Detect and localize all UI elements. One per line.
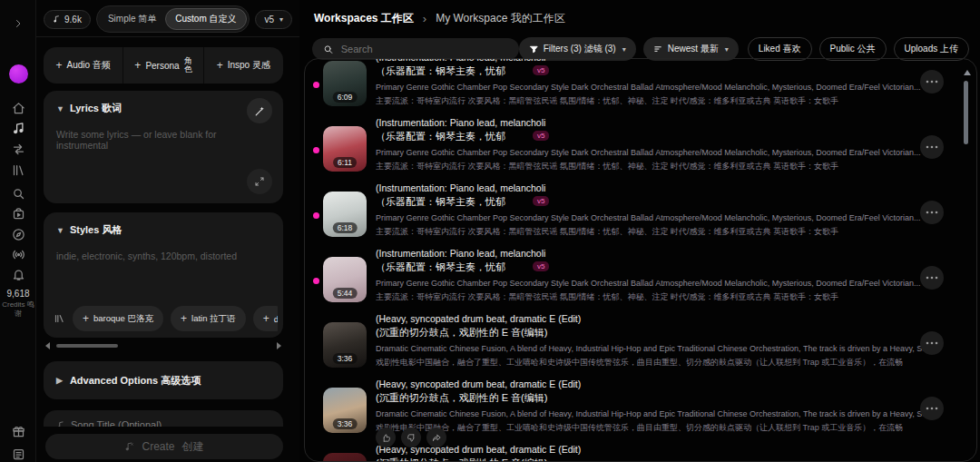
- version-badge: v5: [533, 131, 549, 141]
- song-title-en[interactable]: (Heavy, syncopated drum beat, dramatic E…: [376, 444, 927, 455]
- credits-label: Credits 鸣谢: [0, 300, 36, 319]
- more-options-button[interactable]: [920, 266, 944, 290]
- style-suggest-icon[interactable]: [53, 312, 65, 325]
- song-desc-zh: 主要流派：哥特室内流行 次要风格：黑暗管弦民谣 氛围/情绪：忧郁、神秘、注定 时…: [376, 161, 927, 172]
- more-options-button[interactable]: [920, 135, 944, 159]
- song-row[interactable]: 5:44 (Instrumentation: Piano lead, melan…: [305, 244, 976, 310]
- duration-badge: 3:36: [333, 353, 358, 364]
- song-thumbnail[interactable]: 3:36: [323, 388, 367, 433]
- sort-icon: [653, 44, 663, 54]
- lyrics-input[interactable]: Write some lyrics — or leave blank for i…: [56, 129, 270, 151]
- style-chip-clipped[interactable]: + d: [253, 306, 278, 331]
- home-icon[interactable]: [0, 102, 36, 115]
- song-title-zh-line[interactable]: (沉重的切分鼓点，戏剧性的 E 音(编辑): [376, 391, 927, 405]
- song-desc-zh: 戏剧性电影中国融合，融合了重型、工业嘻哈和史诗级中国传统管弦乐，曲目由重型、切分…: [376, 422, 927, 434]
- song-row[interactable]: 6:11 (Instrumentation: Piano lead, melan…: [305, 113, 976, 179]
- lyrics-header[interactable]: ▼ Lyrics 歌词: [56, 102, 122, 115]
- song-desc-en: Primary Genre Gothic Chamber Pop Seconda…: [376, 148, 927, 157]
- tab-simple[interactable]: Simple 简单: [99, 9, 165, 29]
- plus-icon: +: [83, 312, 89, 325]
- filters-label: Filters (3) 滤镜 (3): [544, 43, 616, 55]
- scrollbar-thumb[interactable]: [964, 81, 968, 144]
- gift-icon[interactable]: [0, 425, 36, 438]
- advanced-options-section[interactable]: ▶ Advanced Options 高级选项: [44, 361, 283, 399]
- thumbs-up-button[interactable]: [376, 428, 396, 447]
- song-thumbnail[interactable]: 6:18: [323, 192, 367, 237]
- add-audio-button[interactable]: + Audio 音频: [44, 47, 123, 84]
- song-thumbnail[interactable]: 5:44: [323, 257, 367, 302]
- song-title-zh-line[interactable]: (沉重的切分鼓点，戏剧性的 E 音(编辑): [376, 326, 927, 339]
- thumbs-down-button[interactable]: [401, 428, 421, 447]
- explore-icon[interactable]: [0, 228, 36, 241]
- chips-scrollbar[interactable]: [44, 342, 283, 349]
- style-chips-row: + baroque 巴洛克 + latin 拉丁语 + d: [53, 305, 278, 332]
- song-title-zh-line[interactable]: （乐器配置：钢琴主奏，忧郁v5: [376, 260, 927, 274]
- lyrics-expand-button[interactable]: [247, 169, 272, 194]
- song-row[interactable]: 3:36 (Heavy, syncopated drum beat, drama…: [305, 310, 976, 375]
- list-scrollbar[interactable]: [964, 70, 969, 206]
- more-options-button[interactable]: [920, 70, 944, 93]
- styles-input[interactable]: indie, electronic, synths, 120bpm, disto…: [56, 251, 270, 261]
- song-desc-zh: 主要流派：哥特室内流行 次要风格：黑暗管弦民谣 氛围/情绪：忧郁、神秘、注定 时…: [376, 226, 927, 238]
- ellipsis-icon: [926, 211, 938, 214]
- ellipsis-icon: [926, 145, 938, 149]
- panel-expand-icon[interactable]: [0, 18, 36, 29]
- style-chip-baroque[interactable]: + baroque 巴洛克: [73, 306, 163, 331]
- song-title-section[interactable]: Song Title (Optional): [44, 410, 283, 427]
- song-row[interactable]: 3:36 (Heavy, syncopated drum beat, drama…: [305, 375, 976, 440]
- song-title-zh-line[interactable]: (沉重的切分鼓点，戏剧性的 E 音(编辑): [376, 457, 927, 462]
- song-title-en[interactable]: (Instrumentation: Piano lead, melancholi: [376, 58, 927, 63]
- song-title-en[interactable]: (Heavy, syncopated drum beat, dramatic E…: [376, 378, 927, 389]
- radio-icon[interactable]: [0, 248, 36, 261]
- add-inspo-button[interactable]: + Inspo 灵感: [204, 47, 283, 84]
- more-options-button[interactable]: [920, 201, 944, 224]
- song-row[interactable]: 6:18 (Instrumentation: Piano lead, melan…: [305, 179, 976, 244]
- song-title-en[interactable]: (Instrumentation: Piano lead, melancholi: [376, 182, 927, 193]
- breadcrumb-my-workspace[interactable]: My Workspace 我的工作区: [436, 11, 564, 26]
- song-title-en[interactable]: (Heavy, syncopated drum beat, dramatic E…: [376, 313, 927, 324]
- add-sources-bar: + Audio 音频 + Persona 角 色 + Inspo 灵感: [44, 47, 283, 84]
- more-options-button[interactable]: [920, 397, 944, 420]
- song-desc-en: Primary Genre Gothic Chamber Pop Seconda…: [376, 213, 927, 222]
- create-button[interactable]: Create 创建: [45, 434, 283, 459]
- scroll-right-arrow[interactable]: [277, 342, 281, 349]
- scroll-left-arrow[interactable]: [45, 342, 50, 349]
- music-note-icon[interactable]: [0, 122, 36, 135]
- song-title-zh-line[interactable]: （乐器配置：钢琴主奏，忧郁v5: [376, 64, 927, 78]
- scrollbar-thumb[interactable]: [56, 344, 118, 348]
- advanced-options-label: Advanced Options 高级选项: [70, 374, 201, 388]
- search-input[interactable]: [341, 44, 508, 54]
- style-chip-latin[interactable]: + latin 拉丁语: [171, 306, 246, 331]
- duration-badge: 6:11: [333, 157, 357, 168]
- scenes-icon[interactable]: [0, 143, 36, 156]
- search-box[interactable]: [312, 38, 519, 60]
- search-icon[interactable]: [0, 187, 36, 201]
- changelog-icon[interactable]: [0, 447, 36, 461]
- song-title-label: Song Title (Optional): [71, 419, 162, 427]
- share-button[interactable]: [426, 428, 446, 447]
- scroll-up-arrow[interactable]: [964, 70, 971, 75]
- breadcrumb-workspaces[interactable]: Workspaces 工作区: [314, 11, 414, 26]
- bell-icon[interactable]: [0, 268, 36, 281]
- song-row[interactable]: 6:09 (Instrumentation: Piano lead, melan…: [305, 58, 976, 113]
- mode-tabs: Simple 简单 Custom 自定义: [96, 5, 250, 33]
- styles-header[interactable]: ▼ Styles 风格: [56, 223, 122, 237]
- more-options-button[interactable]: [920, 331, 944, 355]
- song-title-en[interactable]: (Instrumentation: Piano lead, melancholi: [376, 117, 927, 128]
- model-version-dropdown[interactable]: v5 ▾: [255, 10, 292, 29]
- song-thumbnail[interactable]: [323, 453, 367, 462]
- add-persona-button[interactable]: + Persona 角 色: [123, 47, 203, 84]
- song-thumbnail[interactable]: 6:11: [323, 126, 367, 172]
- song-count-pill[interactable]: 9.6k: [44, 10, 91, 29]
- lyrics-generate-button[interactable]: [247, 98, 272, 123]
- song-title-en[interactable]: (Instrumentation: Piano lead, melancholi: [376, 248, 927, 259]
- credits-indicator[interactable]: 9,618 Credits 鸣谢: [0, 289, 36, 319]
- song-title-zh-line[interactable]: （乐器配置：钢琴主奏，忧郁v5: [376, 130, 927, 143]
- song-thumbnail[interactable]: 6:09: [323, 61, 367, 106]
- shop-icon[interactable]: [0, 207, 36, 221]
- library-icon[interactable]: [0, 163, 36, 177]
- song-title-zh-line[interactable]: （乐器配置：钢琴主奏，忧郁v5: [376, 195, 927, 209]
- avatar[interactable]: [9, 64, 28, 84]
- song-thumbnail[interactable]: 3:36: [323, 322, 367, 368]
- tab-custom[interactable]: Custom 自定义: [165, 8, 246, 30]
